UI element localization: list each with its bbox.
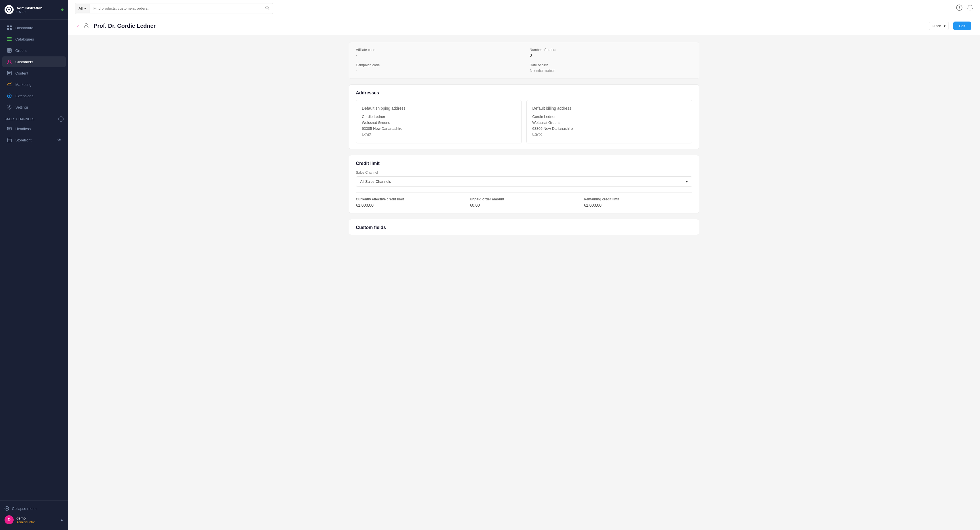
page-title: Prof. Dr. Cordie Ledner (94, 23, 924, 29)
sales-channel-select[interactable]: All Sales Channels ▾ (356, 176, 692, 187)
date-of-birth-field: Date of birth No information (530, 63, 692, 73)
addresses-grid: Default shipping address Cordie Ledner W… (356, 100, 692, 143)
addresses-header: Addresses (349, 85, 699, 100)
unpaid-order-label: Unpaid order amount (470, 197, 578, 201)
help-icon[interactable] (956, 5, 963, 12)
collapse-menu-button[interactable]: Collapse menu (5, 504, 64, 513)
sidebar-logo: Administration 6.5.2.1 (0, 0, 68, 19)
shipping-address-name: Cordie Ledner (362, 114, 516, 120)
shipping-address-title: Default shipping address (362, 106, 516, 111)
billing-address-city: 63305 New Darianashire (532, 126, 686, 132)
number-of-orders-value: 0 (530, 53, 692, 57)
effective-credit-stat: Currently effective credit limit €1,000.… (356, 197, 464, 208)
user-chevron-icon: ▲ (60, 518, 64, 522)
sidebar-item-dashboard-label: Dashboard (15, 26, 33, 30)
sidebar-item-customers[interactable]: Customers (2, 56, 66, 67)
sidebar-item-catalogues[interactable]: Catalogues (2, 34, 66, 44)
search-type-dropdown[interactable]: All ▾ (75, 4, 90, 13)
catalogues-icon (7, 36, 12, 42)
sidebar-item-marketing[interactable]: Marketing (2, 79, 66, 90)
edit-button[interactable]: Edit (953, 22, 971, 30)
app-logo-icon (5, 5, 14, 14)
shipping-address-street: Weissnat Greens (362, 120, 516, 126)
svg-rect-2 (10, 25, 12, 27)
affiliate-code-field: Affiliate code - (356, 48, 519, 57)
topbar-actions (956, 5, 973, 12)
effective-credit-value: €1,000.00 (356, 203, 464, 208)
sidebar-item-settings[interactable]: Settings (2, 102, 66, 113)
search-icon[interactable] (262, 3, 273, 14)
sidebar-item-headless[interactable]: Headless (2, 123, 66, 134)
search-input[interactable] (90, 4, 262, 13)
unpaid-order-stat: Unpaid order amount €0.00 (470, 197, 578, 208)
remaining-credit-label: Remaining credit limit (584, 197, 692, 201)
sidebar: Administration 6.5.2.1 Dashboard Catalog… (0, 0, 68, 530)
sidebar-item-content-label: Content (15, 71, 29, 75)
sidebar-item-extensions-label: Extensions (15, 94, 33, 98)
billing-address-title: Default billing address (532, 106, 686, 111)
svg-rect-4 (10, 29, 12, 30)
shipping-address-country: Egypt (362, 132, 516, 138)
svg-point-19 (85, 24, 88, 26)
credit-limit-header: Credit limit (349, 156, 699, 171)
svg-rect-1 (7, 25, 9, 27)
logo-text: Administration 6.5.2.1 (16, 6, 43, 14)
user-menu[interactable]: D demo Administrator ▲ (5, 513, 64, 527)
settings-icon (7, 105, 12, 109)
content-area: Affiliate code - Number of orders 0 Camp… (340, 35, 708, 248)
sidebar-item-content[interactable]: Content (2, 68, 66, 78)
notifications-icon[interactable] (967, 5, 973, 12)
page-header: ‹ Prof. Dr. Cordie Ledner Dutch ▾ Edit (68, 17, 980, 35)
credit-stats-grid: Currently effective credit limit €1,000.… (356, 192, 692, 208)
language-label: Dutch (932, 24, 942, 28)
billing-address-country: Egypt (532, 132, 686, 138)
marketing-icon (7, 82, 12, 87)
sidebar-item-extensions[interactable]: Extensions (2, 90, 66, 101)
app-version: 6.5.2.1 (16, 10, 43, 14)
addresses-card: Addresses Default shipping address Cordi… (349, 84, 699, 149)
svg-rect-5 (7, 37, 12, 38)
remaining-credit-value: €1,000.00 (584, 203, 692, 208)
sidebar-item-headless-label: Headless (15, 127, 30, 131)
language-selector[interactable]: Dutch ▾ (929, 22, 949, 30)
date-of-birth-value: No information (530, 68, 692, 73)
remaining-credit-stat: Remaining credit limit €1,000.00 (584, 197, 692, 208)
sidebar-item-storefront[interactable]: Storefront 👁 (2, 135, 66, 145)
sidebar-item-dashboard[interactable]: Dashboard (2, 22, 66, 33)
custom-fields-card: Custom fields (349, 219, 699, 235)
billing-address-card: Default billing address Cordie Ledner We… (526, 100, 692, 143)
number-of-orders-field: Number of orders 0 (530, 48, 692, 57)
svg-point-9 (8, 60, 11, 62)
sidebar-item-orders-label: Orders (15, 48, 27, 53)
date-of-birth-label: Date of birth (530, 63, 692, 67)
back-button[interactable]: ‹ (77, 23, 79, 29)
storefront-icon (7, 138, 12, 143)
sales-channel-label: Sales Channel (356, 171, 692, 175)
campaign-code-field: Campaign code - (356, 63, 519, 73)
billing-address-street: Weissnat Greens (532, 120, 686, 126)
dashboard-icon (7, 25, 12, 30)
collapse-menu-label: Collapse menu (12, 506, 37, 511)
page-content: ‹ Prof. Dr. Cordie Ledner Dutch ▾ Edit A… (68, 17, 980, 530)
customer-profile-icon[interactable] (83, 23, 89, 30)
sidebar-item-storefront-label: Storefront (15, 138, 32, 142)
search-type-label: All (78, 6, 83, 11)
customers-icon (7, 59, 12, 64)
language-chevron-icon: ▾ (944, 24, 946, 28)
sidebar-item-orders[interactable]: Orders (2, 45, 66, 56)
sales-channel-value: All Sales Channels (360, 179, 391, 184)
search-type-chevron-icon: ▾ (84, 6, 86, 11)
effective-credit-label: Currently effective credit limit (356, 197, 464, 201)
customer-info-grid: Affiliate code - Number of orders 0 Camp… (356, 48, 692, 73)
svg-point-18 (959, 8, 959, 9)
svg-rect-13 (7, 127, 11, 130)
shipping-address-city: 63305 New Darianashire (362, 126, 516, 132)
affiliate-code-value: - (356, 53, 519, 57)
svg-rect-10 (7, 71, 11, 75)
sales-channels-section: Sales Channels + (0, 113, 68, 123)
svg-rect-14 (7, 139, 11, 142)
shipping-address-card: Default shipping address Cordie Ledner W… (356, 100, 522, 143)
addresses-body: Default shipping address Cordie Ledner W… (349, 100, 699, 149)
add-sales-channel-button[interactable]: + (59, 116, 64, 122)
main-content: All ▾ ‹ Prof. Dr. Cordie Ledner (68, 0, 980, 530)
